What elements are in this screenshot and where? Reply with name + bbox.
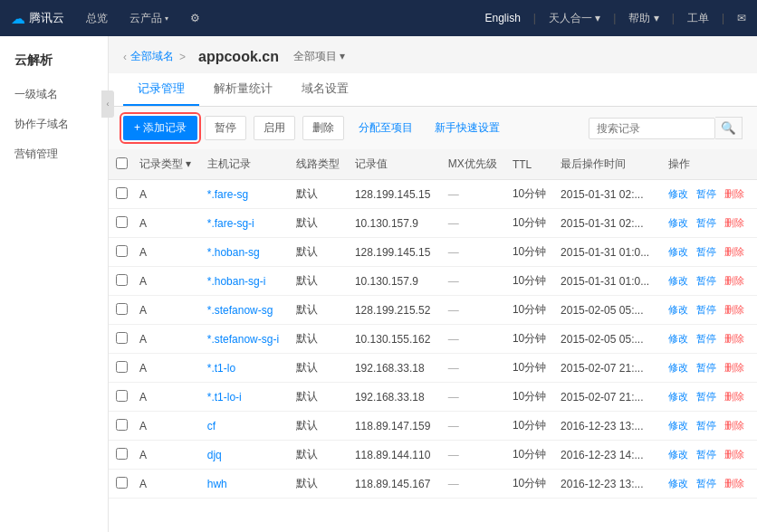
row-time: 2015-02-05 05:... (555, 325, 663, 354)
pause-action[interactable]: 暂停 (696, 420, 716, 431)
row-time: 2015-02-07 21:... (555, 354, 663, 383)
table-row: A *.stefanow-sg-i 默认 10.130.155.162 — 10… (109, 325, 757, 354)
row-checkbox[interactable] (109, 296, 134, 325)
workorder-link[interactable]: 工单 (687, 11, 709, 26)
row-value: 128.199.145.15 (350, 238, 443, 267)
row-value: 192.168.33.18 (350, 354, 443, 383)
row-actions: 修改 暂停 删除 (663, 412, 757, 441)
pause-action[interactable]: 暂停 (696, 449, 716, 460)
delete-action[interactable]: 删除 (724, 188, 744, 199)
logo[interactable]: ☁ 腾讯云 (11, 10, 64, 27)
sidebar-item-marketing[interactable]: 营销管理 (0, 139, 108, 169)
edit-action[interactable]: 修改 (668, 420, 688, 431)
edit-action[interactable]: 修改 (668, 362, 688, 373)
edit-action[interactable]: 修改 (668, 391, 688, 402)
row-ttl: 10分钟 (507, 180, 555, 209)
row-checkbox[interactable] (109, 180, 134, 209)
add-record-button[interactable]: + 添加记录 (123, 116, 197, 140)
row-type: A (134, 180, 202, 209)
row-checkbox[interactable] (109, 354, 134, 383)
delete-action[interactable]: 删除 (724, 217, 744, 228)
edit-action[interactable]: 修改 (668, 304, 688, 315)
enable-button[interactable]: 启用 (254, 116, 295, 140)
row-ttl: 10分钟 (507, 354, 555, 383)
pause-action[interactable]: 暂停 (696, 478, 716, 489)
tab-domain-settings[interactable]: 域名设置 (287, 73, 363, 106)
user-menu[interactable]: 天人合一 ▾ (549, 11, 600, 26)
edit-action[interactable]: 修改 (668, 333, 688, 344)
domain-name: appcook.cn (198, 49, 279, 65)
pause-action[interactable]: 暂停 (696, 333, 716, 344)
th-host: 主机记录 (202, 149, 291, 180)
assign-project-button[interactable]: 分配至项目 (351, 117, 420, 139)
row-time: 2015-01-31 02:... (555, 180, 663, 209)
project-selector[interactable]: 全部项目 ▾ (286, 45, 352, 68)
quickstart-button[interactable]: 新手快速设置 (427, 117, 507, 139)
nav-settings[interactable]: ⚙ (187, 0, 204, 36)
delete-action[interactable]: 删除 (724, 333, 744, 344)
edit-action[interactable]: 修改 (668, 188, 688, 199)
delete-action[interactable]: 删除 (724, 449, 744, 460)
row-type: A (134, 267, 202, 296)
edit-action[interactable]: 修改 (668, 449, 688, 460)
nav-products[interactable]: 云产品 ▾ (126, 0, 172, 36)
search-area: 🔍 (589, 117, 743, 139)
all-domains-link[interactable]: 全部域名 (130, 49, 174, 64)
row-checkbox[interactable] (109, 325, 134, 354)
row-checkbox[interactable] (109, 441, 134, 470)
search-input[interactable] (589, 118, 715, 139)
search-button[interactable]: 🔍 (715, 117, 743, 139)
delete-action[interactable]: 删除 (724, 391, 744, 402)
back-icon[interactable]: ‹ (123, 51, 127, 63)
row-checkbox[interactable] (109, 267, 134, 296)
row-type: A (134, 470, 202, 499)
pause-action[interactable]: 暂停 (696, 275, 716, 286)
brand-name: 腾讯云 (29, 10, 64, 26)
sidebar-collapse-btn[interactable]: ‹ (101, 90, 114, 118)
row-checkbox[interactable] (109, 209, 134, 238)
pause-action[interactable]: 暂停 (696, 246, 716, 257)
row-checkbox[interactable] (109, 238, 134, 267)
pause-button[interactable]: 暂停 (205, 116, 246, 140)
delete-button[interactable]: 删除 (302, 116, 344, 140)
lang-switch[interactable]: English (484, 12, 520, 24)
edit-action[interactable]: 修改 (668, 275, 688, 286)
row-line: 默认 (291, 296, 350, 325)
row-type: A (134, 441, 202, 470)
row-mx: — (443, 180, 507, 209)
row-checkbox[interactable] (109, 383, 134, 412)
row-host: *.t1-lo (202, 354, 291, 383)
delete-action[interactable]: 删除 (724, 246, 744, 257)
help-menu[interactable]: 帮助 ▾ (628, 11, 658, 26)
delete-action[interactable]: 删除 (724, 304, 744, 315)
row-actions: 修改 暂停 删除 (663, 267, 757, 296)
edit-action[interactable]: 修改 (668, 246, 688, 257)
row-checkbox[interactable] (109, 470, 134, 499)
row-value: 10.130.155.162 (350, 325, 443, 354)
nav-overview[interactable]: 总览 (82, 0, 111, 36)
sidebar-item-subdomain[interactable]: 协作子域名 (0, 109, 108, 139)
select-all-checkbox[interactable] (116, 157, 128, 169)
row-checkbox[interactable] (109, 412, 134, 441)
delete-action[interactable]: 删除 (724, 362, 744, 373)
chevron-down-icon: ▾ (654, 12, 659, 24)
delete-action[interactable]: 删除 (724, 478, 744, 489)
pause-action[interactable]: 暂停 (696, 391, 716, 402)
mail-icon[interactable]: ✉ (737, 12, 746, 24)
pause-action[interactable]: 暂停 (696, 362, 716, 373)
pause-action[interactable]: 暂停 (696, 304, 716, 315)
tab-resolve-stats[interactable]: 解析量统计 (199, 73, 287, 106)
table-row: A *.hoban-sg-i 默认 10.130.157.9 — 10分钟 20… (109, 267, 757, 296)
row-actions: 修改 暂停 删除 (663, 441, 757, 470)
pause-action[interactable]: 暂停 (696, 188, 716, 199)
table-row: A *.hoban-sg 默认 128.199.145.15 — 10分钟 20… (109, 238, 757, 267)
pause-action[interactable]: 暂停 (696, 217, 716, 228)
tab-record-management[interactable]: 记录管理 (123, 73, 199, 106)
edit-action[interactable]: 修改 (668, 217, 688, 228)
sidebar-item-primary-domain[interactable]: 一级域名 (0, 80, 108, 109)
delete-action[interactable]: 删除 (724, 275, 744, 286)
search-icon: 🔍 (721, 121, 736, 135)
edit-action[interactable]: 修改 (668, 478, 688, 489)
delete-action[interactable]: 删除 (724, 420, 744, 431)
table-row: A hwh 默认 118.89.145.167 — 10分钟 2016-12-2… (109, 470, 757, 499)
